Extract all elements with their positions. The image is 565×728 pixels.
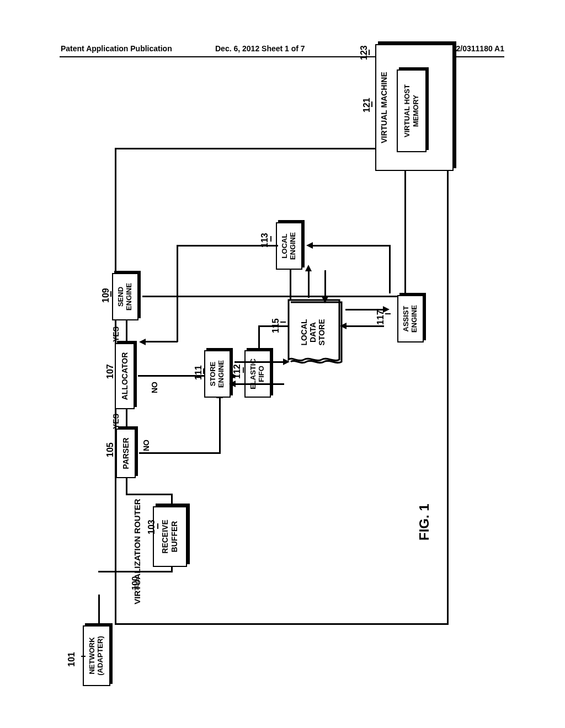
store-engine-ref: 111 <box>194 358 204 380</box>
local-data-store-text: LOCAL DATA STORE <box>300 311 330 355</box>
allocator-tick <box>115 367 116 373</box>
send-engine-box: SEND ENGINE <box>112 273 143 320</box>
header-center: Dec. 6, 2012 Sheet 1 of 7 <box>215 44 305 53</box>
elastic-fifo-tick <box>243 367 244 373</box>
parser-tick <box>115 446 116 451</box>
figure-label: FIG. 1 <box>417 474 433 540</box>
arrow-le-alloc-head <box>139 339 146 345</box>
parser-yes-label: YES <box>111 407 120 429</box>
network-adapter-ref: 101 <box>67 645 77 667</box>
arrow-na-rb-b <box>98 571 173 572</box>
elastic-fifo-box: ELASTIC FIFO <box>244 350 275 398</box>
arrow-lds-se2-head <box>229 381 236 387</box>
local-engine-box: LOCAL ENGINE <box>276 222 307 270</box>
local-data-store-ref: 115 <box>271 311 281 333</box>
send-engine-tick <box>110 291 111 297</box>
virtual-host-memory-ref: 121 <box>362 90 372 113</box>
assist-engine-tick <box>385 313 391 314</box>
arrow-ae-lds-head <box>340 323 347 329</box>
arrow-le-lds-head <box>322 297 328 303</box>
arrow-le-alloc-b <box>177 245 178 342</box>
local-engine-ref: 113 <box>260 226 270 248</box>
virtual-machine-ref: 123 <box>359 38 369 60</box>
local-data-store-tick <box>280 322 286 323</box>
store-engine-tick <box>203 368 204 374</box>
arrow-se2-lds-head <box>283 358 290 365</box>
virtual-host-memory-tick <box>371 101 372 107</box>
elastic-fifo-ref: 112 <box>232 357 242 379</box>
arrow-se-vhm-a <box>142 296 406 297</box>
arrow-ae-le-b <box>312 245 390 247</box>
arrow-ae-le-head <box>306 242 313 249</box>
parser-ref: 105 <box>105 435 115 457</box>
receive-buffer-ref: 103 <box>147 512 157 534</box>
network-adapter-box: NETWORK (ADAPTER) <box>83 625 115 686</box>
parser-box: PARSER <box>116 429 140 478</box>
send-engine-ref: 109 <box>101 281 111 303</box>
arrow-le-alloc-a <box>177 245 278 247</box>
receive-buffer-tick <box>157 523 158 529</box>
alloc-yes-label: YES <box>111 320 120 342</box>
parser-no-label: NO <box>142 435 151 451</box>
arrow-rb-parser-b <box>126 494 172 495</box>
arrow-lds-le-a <box>308 270 310 298</box>
arrow-alloc-yes <box>126 319 127 343</box>
virtual-host-memory-box: VIRTUAL HOST MEMORY <box>397 69 431 152</box>
virtualization-router-title: VIRTUALIZATION ROUTER <box>132 491 143 612</box>
allocator-box: ALLOCATOR <box>115 343 139 409</box>
network-adapter-tick <box>81 656 86 657</box>
allocator-ref: 107 <box>105 357 115 379</box>
arrow-le-lds-a <box>324 270 326 298</box>
virtual-machine-tick <box>369 50 370 55</box>
arrow-ae-lds <box>345 325 384 327</box>
arrow-se2-lds <box>234 361 284 363</box>
arrow-parser-no-a <box>139 452 221 454</box>
assist-engine-box: ASSIST ENGINE <box>397 295 428 342</box>
assist-engine-ref: 117 <box>376 303 386 325</box>
arrow-rb-parser-a <box>171 494 173 507</box>
store-engine-box: STORE ENGINE <box>204 350 235 398</box>
arrow-lds-le-head <box>305 265 312 271</box>
arrow-lds-se2 <box>234 383 284 385</box>
arrow-le-alloc-c <box>145 341 178 342</box>
arrow-na-rb <box>98 595 100 626</box>
local-engine-tick <box>270 236 271 242</box>
figure-stage: FIG. 1 VIRTUALIZATION ROUTER 100 NETWORK… <box>83 88 480 684</box>
arrow-ae-le-a <box>389 245 391 293</box>
header-left: Patent Application Publication <box>61 44 172 53</box>
receive-buffer-box: RECEIVE BUFFER <box>153 506 191 567</box>
arrow-ef-le-a <box>258 325 260 350</box>
alloc-no-label: NO <box>150 377 159 393</box>
arrow-parser-no-b <box>219 397 221 453</box>
